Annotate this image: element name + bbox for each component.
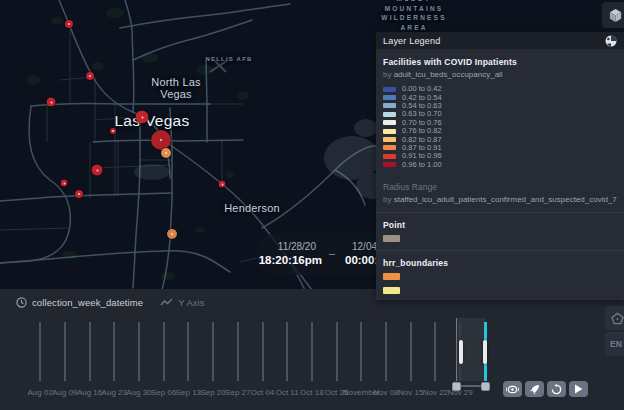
- draw-polygon-button[interactable]: [605, 306, 624, 330]
- anchor-window-icon: [506, 385, 519, 394]
- legend-layer3-name: hrr_boundaries: [383, 258, 617, 268]
- axis-tick-label: Aug 30: [126, 388, 151, 397]
- axis-tick-label: Aug 02: [28, 388, 53, 397]
- facility-point[interactable]: [75, 190, 83, 198]
- layer-legend-panel: Layer Legend Facilities with COVID Inpat…: [376, 32, 624, 300]
- axis-tick-label: Sep 20: [200, 388, 225, 397]
- layer-legend-title: Layer Legend: [383, 36, 440, 46]
- histogram-bar: [187, 322, 189, 381]
- axis-tick-label: Sep 27: [225, 388, 250, 397]
- layer-legend-header[interactable]: Layer Legend: [376, 32, 624, 49]
- locale-button[interactable]: EN: [605, 332, 624, 356]
- map-label-las-vegas: Las Vegas: [114, 112, 189, 130]
- axis-tick-label: Oct 11: [276, 388, 299, 397]
- locale-label: EN: [610, 339, 622, 349]
- attribute-name: adult_icu_beds_occupancy_all: [394, 70, 503, 79]
- window-start-handle[interactable]: [452, 382, 461, 391]
- bin-swatch: [383, 112, 396, 117]
- map-label-nellis-afb: NELLIS AFB: [205, 56, 252, 62]
- histogram-bar: [138, 322, 140, 381]
- histogram-bar: [336, 322, 338, 381]
- facility-point[interactable]: [161, 148, 171, 158]
- bin-swatch: [383, 129, 396, 134]
- by-label: by: [383, 195, 394, 204]
- facility-point[interactable]: [136, 111, 149, 124]
- animation-reset-button[interactable]: [547, 381, 566, 397]
- histogram-bar: [262, 322, 264, 381]
- histogram-bar: [39, 322, 41, 381]
- globe-icon[interactable]: [605, 35, 617, 47]
- radius-range-title: Radius Range: [383, 182, 617, 192]
- facility-point[interactable]: [167, 229, 177, 239]
- histogram-bar: [311, 322, 313, 381]
- histogram-bar: [385, 322, 387, 381]
- rocket-icon: [529, 384, 540, 395]
- bin-swatch: [383, 120, 396, 125]
- hrr-boundaries-swatch-2: [383, 287, 400, 294]
- bin-swatch: [383, 103, 396, 108]
- legend-color-scale: 0.00 to 0.420.42 to 0.540.54 to 0.630.63…: [383, 85, 617, 169]
- time-start-date: 11/28/20: [256, 241, 316, 252]
- histogram-bar: [410, 322, 412, 381]
- polygon-icon: [611, 312, 624, 325]
- axis-tick-label: Aug 16: [77, 388, 102, 397]
- layer-legend-body: Facilities with COVID Inpatients by adul…: [376, 49, 624, 294]
- facility-point[interactable]: [219, 181, 226, 188]
- window-end-handle[interactable]: [481, 382, 490, 391]
- bin-label: 0.96 to 1.00: [402, 161, 442, 169]
- histogram-bar: [286, 322, 288, 381]
- animation-play-button[interactable]: [569, 381, 588, 397]
- axis-tick-label: Nov 22: [423, 388, 448, 397]
- animation-window-mode-button[interactable]: [503, 381, 522, 397]
- attribute-name: staffed_icu_adult_patients_confirmed_and…: [394, 195, 617, 204]
- play-icon: [574, 384, 583, 394]
- divider: [376, 212, 624, 213]
- range-end-handle[interactable]: [483, 340, 487, 364]
- histogram-bar: [434, 322, 436, 381]
- app-window: MUDDY MOUNTAINS WILDERNESS AREA NELLIS A…: [0, 0, 624, 410]
- brush-left-edge: [456, 318, 457, 381]
- map-label-wilderness-area: MUDDY MOUNTAINS WILDERNESS AREA: [381, 0, 446, 32]
- animation-speed-button[interactable]: [525, 381, 544, 397]
- facility-point[interactable]: [92, 165, 103, 176]
- facility-point[interactable]: [47, 98, 56, 107]
- facility-point[interactable]: [151, 130, 171, 150]
- divider: [376, 250, 624, 251]
- facility-point[interactable]: [65, 20, 73, 28]
- facility-point[interactable]: [61, 180, 68, 187]
- bin-swatch: [383, 87, 396, 92]
- point-layer-swatch: [383, 235, 400, 242]
- time-start-time: 18:20:16pm: [256, 254, 322, 266]
- 3d-map-toggle-button[interactable]: [602, 2, 624, 28]
- bin-swatch: [383, 154, 396, 159]
- legend-layer1-attribute: by adult_icu_beds_occupancy_all: [383, 70, 617, 79]
- radius-range-attribute: by staffed_icu_adult_patients_confirmed_…: [383, 195, 617, 204]
- histogram-bar: [212, 322, 214, 381]
- map-label-north-las-vegas: North Las Vegas: [151, 77, 201, 100]
- histogram-bar: [163, 322, 165, 381]
- legend-layer2-name: Point: [383, 220, 617, 230]
- histogram-bar: [64, 322, 66, 381]
- bin-label: 0.76 to 0.82: [402, 127, 442, 135]
- histogram-bar: [237, 322, 239, 381]
- axis-tick-label: Nov 08: [373, 388, 398, 397]
- bin-swatch: [383, 95, 396, 100]
- bin-swatch: [383, 162, 396, 167]
- axis-tick-label: Nov 15: [398, 388, 423, 397]
- bin-label: 0.00 to 0.42: [402, 85, 442, 93]
- bin-swatch: [383, 137, 396, 142]
- histogram-bar: [360, 322, 362, 381]
- time-widget-panel: collection_week_datetime Y Axis Aug 02Au…: [0, 289, 624, 410]
- facility-point[interactable]: [110, 128, 116, 134]
- axis-tick-label: Aug 09: [52, 388, 77, 397]
- legend-layer1-name: Facilities with COVID Inpatients: [383, 57, 617, 67]
- reset-loop-icon: [551, 384, 562, 395]
- facility-point[interactable]: [86, 72, 94, 80]
- axis-tick-label: Aug 23: [102, 388, 127, 397]
- axis-tick-label: Oct 18: [300, 388, 324, 397]
- by-label: by: [383, 70, 394, 79]
- axis-tick-label: Oct 04: [251, 388, 275, 397]
- bin-swatch: [383, 145, 396, 150]
- map-label-henderson: Henderson: [224, 202, 280, 214]
- range-start-handle[interactable]: [459, 340, 463, 364]
